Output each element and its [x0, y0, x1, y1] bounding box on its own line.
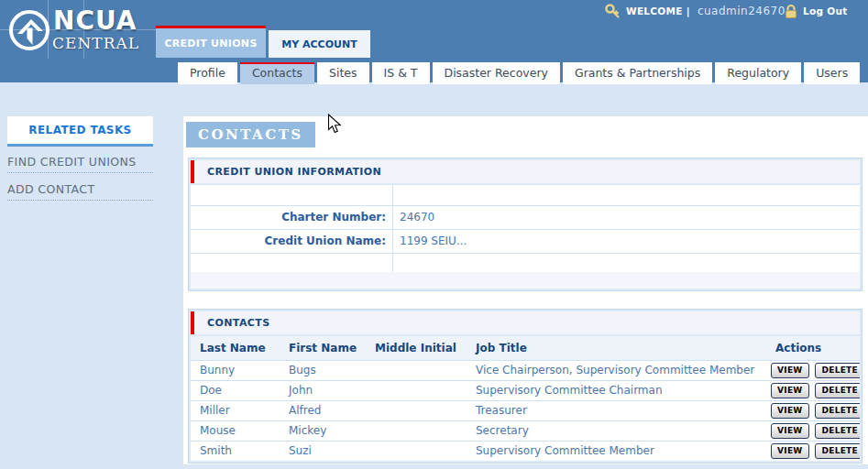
last-name-cell: Bunny: [191, 361, 280, 380]
subtab[interactable]: Disaster Recovery: [433, 62, 560, 84]
view-button[interactable]: VIEW: [771, 363, 809, 378]
logo-subtitle: CENTRAL: [52, 34, 139, 52]
section-footer-band: [191, 272, 860, 289]
delete-button[interactable]: DELETE: [815, 403, 860, 419]
welcome-area: WELCOME | cuadmin24670: [605, 3, 786, 19]
subtab[interactable]: Contacts: [240, 62, 314, 84]
credit-union-name-label: Credit Union Name:: [191, 230, 393, 253]
credit-union-information-title: CREDIT UNION INFORMATION: [207, 166, 381, 178]
subtab[interactable]: Regulatory: [715, 62, 801, 84]
credit-union-information-header: CREDIT UNION INFORMATION: [191, 160, 860, 183]
subtab[interactable]: IS & T: [372, 62, 430, 84]
charter-number-row: Charter Number: 24670: [191, 206, 860, 230]
middle-initial-cell: [366, 381, 467, 400]
view-button[interactable]: VIEW: [771, 383, 809, 398]
delete-button[interactable]: DELETE: [815, 383, 860, 398]
contacts-section: CONTACTS Last Name First Name Middle Ini…: [188, 309, 863, 464]
middle-initial-cell: [366, 421, 467, 441]
tab-credit-unions[interactable]: CREDIT UNIONS: [156, 26, 266, 58]
logged-in-username: cuadmin24670: [698, 5, 786, 17]
column-header-actions: Actions: [765, 336, 860, 360]
view-button[interactable]: VIEW: [771, 423, 809, 439]
column-header-job-title: Job Title: [467, 336, 765, 360]
red-accent-bar: [191, 160, 194, 183]
first-name-cell: Alfred: [280, 401, 366, 420]
credit-union-information-section: CREDIT UNION INFORMATION Charter Number:…: [188, 158, 863, 291]
red-accent-bar: [191, 311, 194, 334]
logo-title: NCUA: [53, 5, 137, 36]
column-header-last-name: Last Name: [191, 336, 280, 360]
tab-my-account[interactable]: MY ACCOUNT: [269, 30, 370, 58]
contacts-table-body: Bunny Bugs Vice Chairperson, Supervisory…: [191, 360, 860, 461]
ncua-logo[interactable]: NCUA CENTRAL: [7, 7, 154, 59]
ncua-central-app: NCUA CENTRAL WELCOME | cuadmin24670 Log …: [0, 0, 868, 469]
subtab[interactable]: Users: [804, 62, 860, 84]
delete-button[interactable]: DELETE: [815, 423, 860, 439]
contact-row: Mouse Mickey Secretary VIEW DELETE: [191, 420, 860, 441]
credit-union-name-row: Credit Union Name: 1199 SEIU...: [191, 230, 860, 254]
ncua-logo-icon: [7, 8, 51, 52]
actions-cell: VIEW DELETE: [765, 381, 860, 400]
view-button[interactable]: VIEW: [771, 403, 809, 419]
related-tasks-header: RELATED TASKS: [7, 116, 153, 147]
contacts-section-title: CONTACTS: [207, 317, 270, 329]
page-title: CONTACTS: [186, 122, 315, 147]
actions-cell: VIEW DELETE: [765, 421, 860, 441]
credit-union-name-value: 1199 SEIU...: [393, 230, 860, 253]
actions-cell: VIEW DELETE: [765, 361, 860, 380]
subtab[interactable]: Sites: [317, 62, 369, 84]
last-name-cell: Doe: [191, 381, 280, 400]
charter-number-label: Charter Number:: [191, 206, 393, 229]
job-title-cell: Supervisory Committee Member: [467, 442, 765, 461]
job-title-cell: Treasurer: [467, 401, 765, 420]
actions-cell: VIEW DELETE: [765, 401, 860, 420]
contact-row: Doe John Supervisory Committee Chairman …: [191, 380, 860, 400]
last-name-cell: Mouse: [191, 421, 280, 441]
middle-initial-cell: [366, 401, 467, 420]
contacts-table-header-row: Last Name First Name Middle Initial Job …: [191, 336, 860, 360]
column-header-middle-initial: Middle Initial: [366, 336, 467, 360]
middle-initial-cell: [366, 442, 467, 461]
subtab-bar: Profile Contacts Sites IS & T Disaster R…: [178, 62, 863, 82]
column-header-first-name: First Name: [280, 336, 366, 360]
subtab[interactable]: Grants & Partnerships: [563, 62, 712, 84]
actions-cell: VIEW DELETE: [765, 442, 860, 461]
charter-number-value: 24670: [393, 206, 860, 229]
first-name-cell: John: [280, 381, 366, 400]
delete-button[interactable]: DELETE: [815, 443, 860, 459]
job-title-cell: Supervisory Committee Chairman: [467, 381, 765, 400]
table-row: [191, 185, 860, 206]
first-name-cell: Mickey: [280, 421, 366, 441]
job-title-cell: Vice Chairperson, Supervisory Committee …: [467, 361, 765, 380]
job-title-cell: Secretary: [467, 421, 765, 441]
table-row: [191, 254, 860, 272]
delete-button[interactable]: DELETE: [815, 363, 860, 378]
last-name-cell: Miller: [191, 401, 280, 420]
logout-button[interactable]: Log Out: [784, 3, 848, 19]
contacts-section-header: CONTACTS: [191, 311, 860, 334]
key-icon: [605, 4, 621, 19]
logout-label: Log Out: [803, 5, 848, 16]
sidebar-item-add-contact[interactable]: ADD CONTACT: [7, 178, 153, 201]
contact-row: Miller Alfred Treasurer VIEW DELETE: [191, 400, 860, 420]
sidebar-item-find-credit-unions[interactable]: FIND CREDIT UNIONS: [7, 150, 153, 173]
contact-row: Smith Suzi Supervisory Committee Member …: [191, 441, 860, 461]
first-name-cell: Bugs: [280, 361, 366, 380]
middle-initial-cell: [366, 361, 467, 380]
first-name-cell: Suzi: [280, 442, 366, 461]
credit-union-info-table: Charter Number: 24670 Credit Union Name:…: [191, 185, 860, 272]
view-button[interactable]: VIEW: [771, 443, 809, 459]
contacts-table: Last Name First Name Middle Initial Job …: [191, 336, 860, 461]
top-header: NCUA CENTRAL WELCOME | cuadmin24670 Log …: [0, 0, 868, 82]
padlock-icon: [784, 4, 798, 19]
welcome-label: WELCOME |: [626, 5, 690, 16]
subtab[interactable]: Profile: [178, 62, 237, 84]
last-name-cell: Smith: [191, 442, 280, 461]
contact-row: Bunny Bugs Vice Chairperson, Supervisory…: [191, 360, 860, 380]
